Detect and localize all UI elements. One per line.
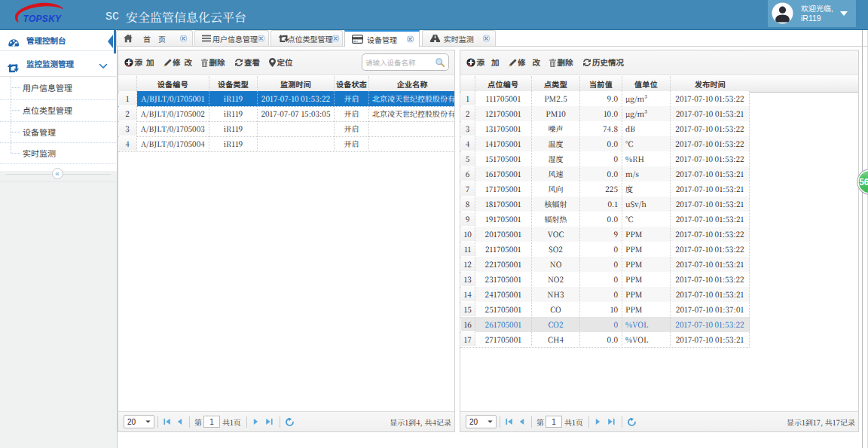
svg-text:56: 56 — [859, 177, 868, 187]
svg-text:TOPSKY: TOPSKY — [23, 14, 63, 24]
